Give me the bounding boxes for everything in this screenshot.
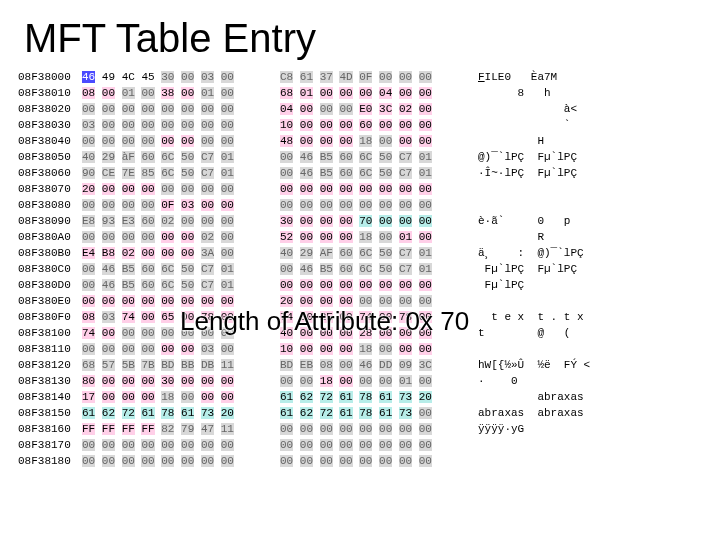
- hex-bytes-right: 00 00 00 00 00 00 00 00: [280, 277, 464, 293]
- hex-row: 08F380B0E4 B8 02 00 00 00 3A 00 40 29 AF…: [18, 245, 702, 261]
- hex-bytes-right: 00 00 00 00 00 00 00 00: [280, 197, 464, 213]
- hex-bytes-left: 00 00 00 00 00 00 00 00: [82, 293, 266, 309]
- hex-bytes-left: 00 46 B5 60 6C 50 C7 01: [82, 277, 266, 293]
- hex-bytes-right: 61 62 72 61 78 61 73 20: [280, 389, 464, 405]
- hex-bytes-right: 00 00 00 00 00 00 00 00: [280, 453, 464, 469]
- hex-ascii: [478, 197, 638, 213]
- hex-bytes-left: 08 03 74 00 65 00 78 00: [82, 309, 266, 325]
- hex-bytes-left: 00 00 00 00 00 00 00 00: [82, 437, 266, 453]
- slide-title: MFT Table Entry: [0, 0, 720, 65]
- hex-bytes-right: 00 00 00 00 00 00 00 00: [280, 437, 464, 453]
- hex-row: 08F3805040 29 àF 60 6C 50 C7 01 00 46 B5…: [18, 149, 702, 165]
- hex-bytes-left: 00 00 00 00 00 00 00 00: [82, 453, 266, 469]
- hex-bytes-right: 00 00 00 00 00 00 00 00: [280, 421, 464, 437]
- hex-bytes-right: BD EB 08 00 46 DD 09 3C: [280, 357, 464, 373]
- hex-row: 08F38160FF FF FF FF 82 79 47 11 00 00 00…: [18, 421, 702, 437]
- hex-row: 08F3817000 00 00 00 00 00 00 00 00 00 00…: [18, 437, 702, 453]
- hex-offset: 08F38060: [18, 165, 82, 181]
- hex-row: 08F3815061 62 72 61 78 61 73 20 61 62 72…: [18, 405, 702, 421]
- hex-ascii: ÿÿÿÿ·yG: [478, 421, 638, 437]
- hex-ascii: R: [478, 229, 638, 245]
- hex-ascii: t @ (: [478, 325, 638, 341]
- hex-offset: 08F380C0: [18, 261, 82, 277]
- hex-row: 08F3806090 CE 7E 85 6C 50 C7 01 00 46 B5…: [18, 165, 702, 181]
- hex-ascii: Fµ`lPÇ: [478, 277, 638, 293]
- hex-row: 08F3801008 00 01 00 38 00 01 00 68 01 00…: [18, 85, 702, 101]
- hex-bytes-right: 61 62 72 61 78 61 73 00: [280, 405, 464, 421]
- hex-offset: 08F38040: [18, 133, 82, 149]
- hex-offset: 08F38010: [18, 85, 82, 101]
- hex-row: 08F3807020 00 00 00 00 00 00 00 00 00 00…: [18, 181, 702, 197]
- hex-ascii: 8 h: [478, 85, 638, 101]
- hex-ascii: ä¸ : @)¯`lPÇ: [478, 245, 638, 261]
- hex-ascii: abraxas: [478, 389, 638, 405]
- hex-row: 08F38090E8 93 E3 60 02 00 00 00 30 00 00…: [18, 213, 702, 229]
- hex-bytes-right: 52 00 00 00 18 00 01 00: [280, 229, 464, 245]
- hex-offset: 08F38110: [18, 341, 82, 357]
- hex-offset: 08F38120: [18, 357, 82, 373]
- hex-bytes-right: 00 46 B5 60 6C 50 C7 01: [280, 261, 464, 277]
- hex-bytes-right: 74 00 2E 00 74 00 78 00: [280, 309, 464, 325]
- hex-row: 08F3802000 00 00 00 00 00 00 00 04 00 00…: [18, 101, 702, 117]
- hex-bytes-left: 03 00 00 00 00 00 00 00: [82, 117, 266, 133]
- hex-ascii: [478, 453, 638, 469]
- hex-ascii: è·ã` 0 p: [478, 213, 638, 229]
- hex-offset: 08F380B0: [18, 245, 82, 261]
- hex-offset: 08F380F0: [18, 309, 82, 325]
- hex-bytes-left: 00 00 00 00 00 00 00 00: [82, 101, 266, 117]
- hex-bytes-left: 00 00 00 00 00 00 03 00: [82, 341, 266, 357]
- hex-bytes-left: E8 93 E3 60 02 00 00 00: [82, 213, 266, 229]
- hex-ascii: [478, 437, 638, 453]
- hex-row: 08F3818000 00 00 00 00 00 00 00 00 00 00…: [18, 453, 702, 469]
- hex-bytes-left: 40 29 àF 60 6C 50 C7 01: [82, 149, 266, 165]
- hex-offset: 08F380A0: [18, 229, 82, 245]
- slide: MFT Table Entry 08F3800046 49 4C 45 30 0…: [0, 0, 720, 540]
- hex-bytes-right: C8 61 37 4D 0F 00 00 00: [280, 69, 464, 85]
- hex-bytes-right: 68 01 00 00 00 04 00 00: [280, 85, 464, 101]
- hex-offset: 08F38020: [18, 101, 82, 117]
- hex-bytes-right: 00 00 00 00 00 00 00 00: [280, 181, 464, 197]
- hex-bytes-right: 10 00 00 00 18 00 00 00: [280, 341, 464, 357]
- hex-bytes-left: 90 CE 7E 85 6C 50 C7 01: [82, 165, 266, 181]
- hex-bytes-left: 08 00 01 00 38 00 01 00: [82, 85, 266, 101]
- hex-bytes-right: 04 00 00 00 E0 3C 02 00: [280, 101, 464, 117]
- hex-bytes-left: 00 00 00 00 0F 03 00 00: [82, 197, 266, 213]
- hex-bytes-right: 10 00 00 00 60 00 00 00: [280, 117, 464, 133]
- hex-ascii: `: [478, 117, 638, 133]
- hex-offset: 08F38150: [18, 405, 82, 421]
- hex-offset: 08F38160: [18, 421, 82, 437]
- hex-ascii: hW[{½»Û ½ë FÝ <: [478, 357, 638, 373]
- hex-offset: 08F38140: [18, 389, 82, 405]
- hex-offset: 08F38000: [18, 69, 82, 85]
- hex-offset: 08F38090: [18, 213, 82, 229]
- hex-bytes-left: 20 00 00 00 00 00 00 00: [82, 181, 266, 197]
- hex-ascii: à<: [478, 101, 638, 117]
- hex-ascii: [478, 181, 638, 197]
- hex-ascii: ·Î~·lPÇ Fµ`lPÇ: [478, 165, 638, 181]
- hex-row: 08F380E000 00 00 00 00 00 00 00 20 00 00…: [18, 293, 702, 309]
- hex-offset: 08F38170: [18, 437, 82, 453]
- hex-bytes-left: 00 46 B5 60 6C 50 C7 01: [82, 261, 266, 277]
- hex-ascii: Fµ`lPÇ Fµ`lPÇ: [478, 261, 638, 277]
- hex-bytes-left: E4 B8 02 00 00 00 3A 00: [82, 245, 266, 261]
- hex-offset: 08F38100: [18, 325, 82, 341]
- hex-bytes-right: 20 00 00 00 00 00 00 00: [280, 293, 464, 309]
- hex-ascii: [478, 293, 638, 309]
- hex-bytes-left: FF FF FF FF 82 79 47 11: [82, 421, 266, 437]
- hex-offset: 08F380E0: [18, 293, 82, 309]
- hex-row: 08F3813080 00 00 00 30 00 00 00 00 00 18…: [18, 373, 702, 389]
- hex-row: 08F380C000 46 B5 60 6C 50 C7 01 00 46 B5…: [18, 261, 702, 277]
- hex-bytes-left: 00 00 00 00 00 00 02 00: [82, 229, 266, 245]
- hex-row: 08F3804000 00 00 00 00 00 00 00 48 00 00…: [18, 133, 702, 149]
- hex-row: 08F380F008 03 74 00 65 00 78 00 74 00 2E…: [18, 309, 702, 325]
- hex-bytes-right: 00 46 B5 60 6C 50 C7 01: [280, 165, 464, 181]
- hex-bytes-left: 17 00 00 00 18 00 00 00: [82, 389, 266, 405]
- hex-bytes-right: 40 29 AF 60 6C 50 C7 01: [280, 245, 464, 261]
- hex-offset: 08F38070: [18, 181, 82, 197]
- hex-bytes-right: 00 00 18 00 00 00 01 00: [280, 373, 464, 389]
- hex-offset: 08F38080: [18, 197, 82, 213]
- hex-row: 08F3810074 00 00 00 00 00 00 00 40 00 00…: [18, 325, 702, 341]
- hex-bytes-left: 46 49 4C 45 30 00 03 00: [82, 69, 266, 85]
- hex-row: 08F3803003 00 00 00 00 00 00 00 10 00 00…: [18, 117, 702, 133]
- hex-offset: 08F38030: [18, 117, 82, 133]
